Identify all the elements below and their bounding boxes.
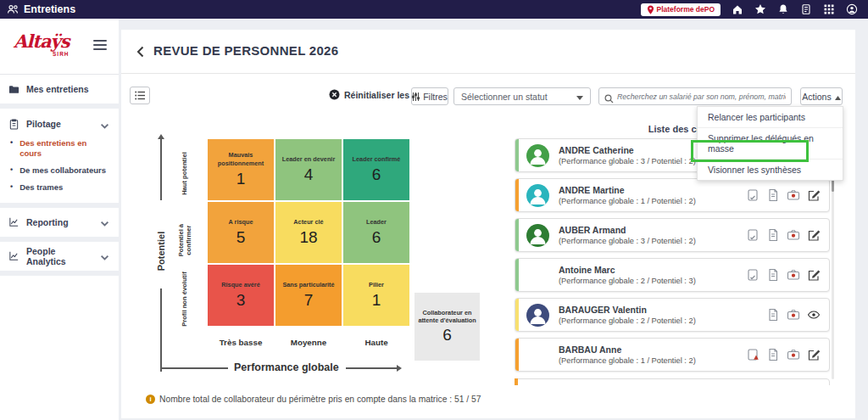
collaborator-row-partial[interactable] <box>515 378 830 385</box>
book-icon[interactable] <box>800 3 812 15</box>
sidebar-item-pilotage[interactable]: Pilotage <box>0 113 119 135</box>
collaborator-details: (Performance globale : 3 / Potentiel : 2… <box>559 157 696 165</box>
sidebar-item-mes-entretiens[interactable]: Mes entretiens <box>0 78 119 100</box>
nine-box-matrix: Potentiel Haut potentiel Potentiel à con… <box>127 119 509 390</box>
matrix-cell-leader[interactable]: Leader6 <box>343 202 409 263</box>
document-icon[interactable] <box>766 188 780 202</box>
status-bar <box>515 139 519 172</box>
matrix-cell-pilier[interactable]: Pilier1 <box>343 265 409 326</box>
actions-button-label: Actions <box>802 92 831 102</box>
camera-icon[interactable] <box>787 268 800 282</box>
pending-evaluation-box[interactable]: Collaborateur en attente d'évaluation 6 <box>415 293 480 361</box>
camera-icon[interactable] <box>787 348 800 361</box>
camera-icon[interactable] <box>787 188 800 202</box>
back-arrow-icon[interactable] <box>133 44 148 59</box>
eye-icon[interactable] <box>807 308 821 322</box>
survey-check-icon[interactable] <box>746 228 760 242</box>
edit-icon[interactable] <box>807 228 821 242</box>
matrix-row-label: Potentiel à confirmer <box>177 210 192 271</box>
list-view-button[interactable] <box>130 87 150 104</box>
app-title: Entretiens <box>24 3 75 15</box>
survey-warning-icon[interactable] <box>746 348 760 361</box>
camera-icon[interactable] <box>787 228 800 242</box>
camera-icon[interactable] <box>787 308 800 322</box>
sidebar-subitem-label: De mes collaborateurs <box>19 165 106 176</box>
search-input[interactable] <box>617 92 786 101</box>
survey-check-icon[interactable] <box>746 188 760 202</box>
chart-icon <box>8 216 19 227</box>
top-bar: Entretiens Plateforme dePO <box>0 0 868 19</box>
altays-logo: Altaÿs <box>14 31 70 52</box>
matrix-cell-acteur-cle[interactable]: Acteur clé18 <box>275 202 342 263</box>
home-icon[interactable] <box>732 3 743 15</box>
matrix-cell-risque-avere[interactable]: Risque avéré3 <box>208 265 274 326</box>
folder-icon <box>8 84 19 95</box>
matrix-row-label: Haut potentiel <box>181 143 188 204</box>
status-bar <box>515 259 519 292</box>
collaborator-details: (Performance globale : 1 / Potentiel : 2… <box>559 356 696 365</box>
sidebar-subitem-entretiens-en-cours[interactable]: • Des entretiens en cours <box>0 135 102 162</box>
collaborator-name: Antoine Marc <box>559 265 615 275</box>
avatar <box>526 144 549 167</box>
sidebar-item-label: People Analytics <box>26 246 92 266</box>
collaborator-row[interactable]: Antoine Marc (Performance globale : 2 / … <box>515 258 830 292</box>
document-icon[interactable] <box>766 268 780 282</box>
matrix-cell-leader-confirme[interactable]: Leader confirmé6 <box>343 139 409 200</box>
x-axis-line <box>160 367 228 369</box>
star-icon[interactable] <box>754 3 766 15</box>
matrix-col-label: Moyenne <box>275 338 342 347</box>
matrix-cell-mauvais-positionnement[interactable]: Mauvais positionnement1 <box>208 139 274 200</box>
edit-icon[interactable] <box>807 348 821 361</box>
sidebar-item-reporting[interactable]: Reporting <box>0 211 119 233</box>
edit-icon[interactable] <box>807 268 821 282</box>
apps-grid-icon[interactable] <box>823 3 835 15</box>
survey-check-icon[interactable] <box>746 268 760 282</box>
document-icon[interactable] <box>766 228 780 242</box>
sidebar-group-entretiens: Mes entretiens <box>0 75 119 104</box>
menu-item-relancer-participants[interactable]: Relancer les participants <box>698 107 843 128</box>
logo-block: Altaÿs SIRH <box>0 19 119 75</box>
status-bar <box>515 339 519 372</box>
matrix-footnote: i Nombre total de collaborateur du périm… <box>146 395 481 404</box>
matrix-cell-leader-en-devenir[interactable]: Leader en devenir4 <box>275 139 342 200</box>
filters-button[interactable]: Filtres <box>411 87 448 105</box>
sidebar-subitem-trames[interactable]: • Des trames <box>0 179 119 196</box>
edit-icon[interactable] <box>807 188 821 202</box>
collaborator-row[interactable]: BARBAU Anne (Performance globale : 1 / P… <box>515 338 830 372</box>
caret-down-icon <box>576 92 583 102</box>
menu-item-supprimer-delegues[interactable]: Supprimer les délégués en masse <box>698 128 843 160</box>
y-axis-label: Potentiel <box>156 217 166 285</box>
sidebar-group-reporting: Reporting <box>0 208 119 237</box>
bullet-icon: • <box>10 182 13 193</box>
chevron-down-icon <box>99 120 110 128</box>
sidebar-subitem-label: Des entretiens en cours <box>19 138 93 159</box>
platform-button-label: Plateforme dePO <box>657 5 715 14</box>
platform-button[interactable]: Plateforme dePO <box>641 3 721 16</box>
bell-icon[interactable] <box>777 3 789 15</box>
collaborator-name: BARAUGER Valentin <box>559 305 647 315</box>
x-axis-label: Performance globale <box>234 361 339 373</box>
avatar <box>526 184 549 207</box>
status-bar <box>515 219 519 252</box>
hamburger-menu-icon[interactable] <box>93 37 107 53</box>
status-bar <box>515 299 519 332</box>
y-axis-line <box>160 288 162 372</box>
user-icon[interactable] <box>846 3 858 15</box>
collaborator-row[interactable]: AUBER Armand (Performance globale : 3 / … <box>515 218 830 252</box>
matrix-cell-a-risque[interactable]: A risque5 <box>208 202 274 263</box>
sidebar-item-people-analytics[interactable]: People Analytics <box>0 245 119 267</box>
actions-dropdown-menu: Relancer les participants Supprimer les … <box>697 106 843 181</box>
actions-button[interactable]: Actions <box>800 87 843 105</box>
sidebar-subitem-mes-collaborateurs[interactable]: • De mes collaborateurs <box>0 162 119 179</box>
document-icon[interactable] <box>766 308 780 322</box>
altays-logo-sub: SIRH <box>53 51 70 57</box>
status-bar <box>515 179 519 212</box>
document-icon[interactable] <box>766 348 780 361</box>
matrix-cell-sans-particularite[interactable]: Sans particularité7 <box>275 265 342 326</box>
collaborator-name: ANDRE Catherine <box>559 145 634 155</box>
collaborator-row[interactable]: ANDRE Martine (Performance globale : 1 /… <box>515 178 830 212</box>
status-select[interactable]: Sélectionner un statut <box>453 87 591 105</box>
main-content: REVUE DE PERSONNEL 2026 Réinitialiser le… <box>121 30 855 418</box>
collaborator-row[interactable]: BARAUGER Valentin (Performance globale :… <box>515 298 830 332</box>
menu-item-visionner-syntheses[interactable]: Visionner les synthèses <box>698 160 843 180</box>
